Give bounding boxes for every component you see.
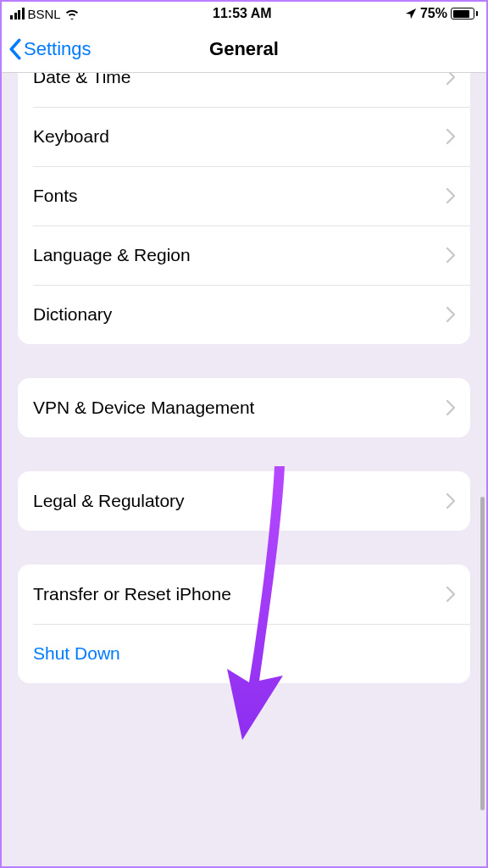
settings-group: Transfer or Reset iPhone Shut Down bbox=[18, 565, 470, 683]
row-label: Legal & Regulatory bbox=[33, 491, 185, 511]
chevron-right-icon bbox=[446, 248, 455, 263]
row-fonts[interactable]: Fonts bbox=[18, 166, 470, 225]
row-keyboard[interactable]: Keyboard bbox=[18, 107, 470, 166]
signal-icon bbox=[10, 8, 25, 19]
settings-group: Legal & Regulatory bbox=[18, 471, 470, 531]
chevron-right-icon bbox=[446, 73, 455, 85]
settings-content: Date & Time Keyboard Fonts Language & Re… bbox=[2, 73, 486, 866]
carrier-label: BSNL bbox=[28, 7, 61, 21]
row-dictionary[interactable]: Dictionary bbox=[18, 285, 470, 344]
chevron-right-icon bbox=[446, 400, 455, 415]
row-label: Language & Region bbox=[33, 245, 191, 265]
chevron-right-icon bbox=[446, 307, 455, 322]
status-right: 75% bbox=[405, 6, 478, 21]
battery-icon bbox=[451, 8, 478, 19]
settings-group: Date & Time Keyboard Fonts Language & Re… bbox=[18, 73, 470, 344]
row-transfer-reset-iphone[interactable]: Transfer or Reset iPhone bbox=[18, 565, 470, 624]
status-left: BSNL bbox=[10, 7, 80, 21]
row-vpn-device-management[interactable]: VPN & Device Management bbox=[18, 378, 470, 437]
back-label: Settings bbox=[24, 38, 92, 60]
row-label: VPN & Device Management bbox=[33, 398, 254, 418]
status-bar: BSNL 11:53 AM 75% bbox=[2, 2, 486, 25]
settings-group: VPN & Device Management bbox=[18, 378, 470, 437]
status-time: 11:53 AM bbox=[213, 6, 272, 21]
row-label: Shut Down bbox=[33, 643, 120, 664]
location-icon bbox=[405, 8, 417, 19]
nav-bar: Settings General bbox=[2, 25, 486, 73]
page-title: General bbox=[209, 38, 279, 60]
row-legal-regulatory[interactable]: Legal & Regulatory bbox=[18, 471, 470, 531]
battery-percentage: 75% bbox=[420, 6, 447, 21]
chevron-left-icon bbox=[8, 38, 22, 60]
row-date-time[interactable]: Date & Time bbox=[18, 73, 470, 107]
row-label: Fonts bbox=[33, 186, 78, 206]
row-label: Transfer or Reset iPhone bbox=[33, 584, 231, 604]
wifi-icon bbox=[64, 8, 80, 19]
row-label: Date & Time bbox=[33, 73, 131, 87]
row-language-region[interactable]: Language & Region bbox=[18, 225, 470, 285]
row-label: Keyboard bbox=[33, 126, 109, 147]
chevron-right-icon bbox=[446, 188, 455, 203]
row-label: Dictionary bbox=[33, 304, 112, 325]
row-shut-down[interactable]: Shut Down bbox=[18, 624, 470, 683]
back-button[interactable]: Settings bbox=[8, 38, 92, 60]
chevron-right-icon bbox=[446, 493, 455, 509]
scrollbar[interactable] bbox=[480, 497, 485, 810]
chevron-right-icon bbox=[446, 587, 455, 602]
chevron-right-icon bbox=[446, 129, 455, 144]
